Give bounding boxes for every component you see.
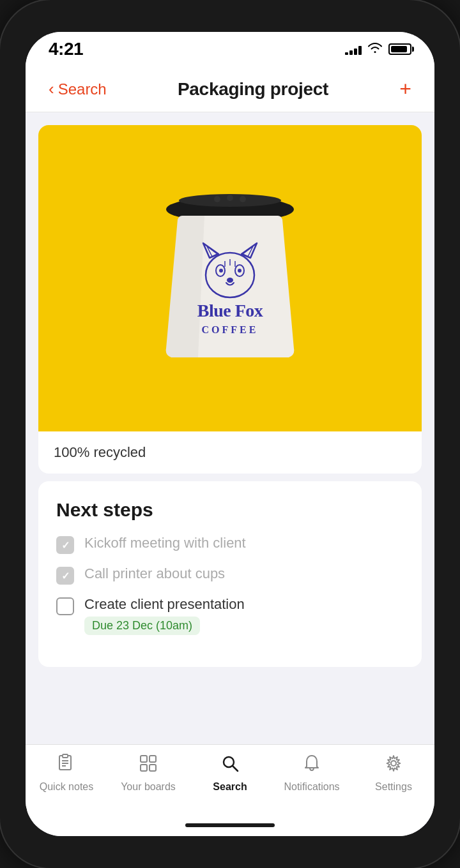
battery-icon [388, 43, 411, 55]
page-title: Packaging project [178, 79, 328, 100]
svg-rect-26 [141, 756, 147, 762]
checkbox-2[interactable] [56, 567, 74, 585]
home-indicator [26, 814, 434, 836]
svg-rect-27 [150, 756, 156, 762]
phone-frame: 4:21 [0, 0, 460, 868]
svg-point-13 [219, 269, 223, 273]
svg-point-14 [238, 269, 241, 273]
tab-search[interactable]: Search [201, 754, 259, 793]
settings-label: Settings [375, 781, 412, 793]
product-image: Blue Fox COFFEE [38, 125, 422, 431]
tab-settings[interactable]: Settings [365, 754, 422, 793]
quick-notes-icon [57, 754, 76, 777]
notifications-label: Notifications [284, 781, 339, 793]
back-label: Search [58, 80, 107, 98]
due-badge: Due 23 Dec (10am) [84, 617, 200, 635]
svg-rect-28 [141, 765, 147, 771]
settings-icon [384, 754, 403, 777]
svg-text:Blue Fox: Blue Fox [197, 301, 263, 320]
next-steps-card: Next steps Kickoff meeting with client C… [38, 481, 422, 667]
status-icons [345, 42, 411, 57]
back-button[interactable]: ‹ Search [49, 79, 107, 99]
search-label: Search [213, 781, 247, 793]
tab-quick-notes[interactable]: Quick notes [38, 754, 95, 793]
checklist-text-2: Call printer about cups [84, 565, 225, 582]
svg-rect-22 [63, 754, 68, 758]
tab-bar: Quick notes Your boards [26, 744, 434, 814]
your-boards-icon [139, 754, 158, 777]
nav-bar: ‹ Search Packaging project + [26, 66, 434, 112]
svg-rect-29 [150, 765, 156, 771]
phone-screen: 4:21 [26, 32, 434, 836]
svg-line-31 [233, 766, 238, 771]
home-bar [185, 823, 275, 827]
svg-point-15 [227, 278, 233, 283]
tab-your-boards[interactable]: Your boards [119, 754, 177, 793]
image-card: Blue Fox COFFEE 100% recycled [38, 125, 422, 474]
status-bar: 4:21 [26, 32, 434, 66]
checklist-item: Call printer about cups [56, 565, 404, 585]
checklist-item: Create client presentation Due 23 Dec (1… [56, 596, 404, 635]
content-area: Blue Fox COFFEE 100% recycled Next steps… [26, 112, 434, 744]
tab-notifications[interactable]: Notifications [283, 754, 341, 793]
wifi-icon [368, 42, 382, 57]
checklist-text-1: Kickoff meeting with client [84, 535, 246, 551]
image-caption: 100% recycled [38, 431, 422, 474]
status-time: 4:21 [49, 39, 83, 59]
signal-icon [345, 43, 362, 55]
quick-notes-label: Quick notes [40, 781, 93, 793]
your-boards-label: Your boards [121, 781, 176, 793]
notifications-icon [302, 754, 321, 777]
checkbox-3[interactable] [56, 597, 74, 615]
back-chevron-icon: ‹ [49, 79, 54, 99]
checklist-text-3: Create client presentation [84, 596, 245, 613]
search-icon [220, 754, 240, 777]
checklist-item: Kickoff meeting with client [56, 535, 404, 554]
add-button[interactable]: + [399, 77, 411, 101]
svg-point-3 [214, 196, 220, 202]
checkbox-1[interactable] [56, 536, 74, 554]
svg-text:COFFEE: COFFEE [202, 324, 259, 335]
next-steps-title: Next steps [56, 499, 404, 521]
svg-point-4 [227, 195, 233, 201]
svg-point-5 [240, 196, 246, 202]
svg-point-32 [391, 761, 396, 766]
